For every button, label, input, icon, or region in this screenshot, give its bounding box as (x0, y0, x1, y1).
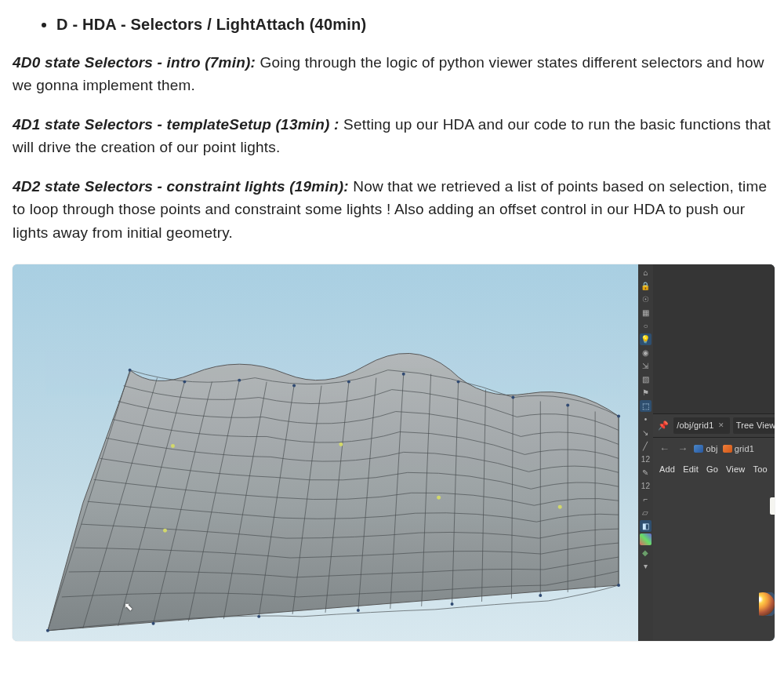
crumb-label: obj (706, 442, 717, 456)
svg-point-19 (339, 442, 343, 446)
svg-point-13 (357, 609, 360, 612)
normal-icon[interactable]: ↘ (640, 427, 652, 439)
svg-point-3 (292, 384, 296, 388)
panel-empty-top (653, 264, 775, 414)
svg-point-10 (46, 629, 49, 632)
tab-tree-view[interactable]: Tree View ✕ (733, 417, 775, 434)
shade-icon[interactable]: ◧ (640, 520, 652, 532)
svg-point-14 (451, 603, 454, 606)
down-icon[interactable]: ▾ (640, 560, 652, 572)
angle-icon[interactable]: ⌐ (640, 493, 652, 505)
sphere-icon (751, 592, 775, 616)
network-view[interactable] (661, 488, 775, 574)
label12: 12 (641, 453, 651, 466)
svg-point-2 (238, 379, 241, 382)
label-icon[interactable]: 12 (640, 453, 652, 465)
brush-icon[interactable]: ✎ (640, 467, 652, 479)
tab-label: /obj/grid1 (677, 419, 713, 432)
box-icon[interactable]: ▧ (640, 373, 652, 385)
lock-icon[interactable]: 🔒 (640, 280, 652, 292)
nav-forward-icon[interactable]: → (676, 441, 689, 457)
flag-icon[interactable]: ⚑ (640, 387, 652, 399)
face-icon[interactable]: ▱ (640, 507, 652, 519)
svg-point-1 (183, 380, 186, 384)
svg-point-11 (152, 622, 155, 625)
tab-label: Tree View (736, 419, 775, 432)
display-options-shelf: ⌂ 🔒 ☉ ▦ ○ 💡 ◉ ⇲ ▧ ⚑ ⬚ • ↘ ╱ 12 ✎ 12 ⌐ ▱ … (638, 264, 653, 641)
svg-point-6 (457, 380, 460, 384)
nav-back-icon[interactable]: ← (658, 441, 671, 457)
close-icon[interactable]: ✕ (717, 420, 726, 431)
lead-4d2: 4D2 state Selectors - constraint lights … (13, 178, 349, 195)
svg-point-21 (558, 505, 562, 509)
node-sphere[interactable] (759, 592, 775, 616)
crumb-obj[interactable]: obj (694, 442, 717, 456)
svg-point-0 (129, 369, 132, 372)
camera-icon[interactable]: ⬚ (640, 400, 652, 412)
svg-point-17 (171, 444, 175, 448)
dot-icon[interactable]: • (640, 413, 652, 425)
crumb-label: grid1 (735, 442, 754, 456)
link-icon[interactable]: ⇲ (640, 360, 652, 372)
label2-icon[interactable]: 12 (640, 480, 652, 492)
menu-go[interactable]: Go (706, 463, 718, 476)
houdini-screenshot: ⬉ ⌂ 🔒 ☉ ▦ ○ 💡 ◉ ⇲ ▧ ⚑ ⬚ • ↘ ╱ 12 ✎ 12 ⌐ … (13, 264, 775, 641)
paragraph-4d0: 4D0 state Selectors - intro (7min): Goin… (13, 51, 771, 97)
paragraph-4d2: 4D2 state Selectors - constraint lights … (13, 175, 771, 244)
svg-point-4 (347, 380, 350, 384)
lead-4d1: 4D1 state Selectors - templateSetup (13m… (13, 116, 339, 133)
menu-edit[interactable]: Edit (683, 463, 699, 476)
checker-icon[interactable] (640, 533, 652, 545)
eye-icon[interactable]: ◉ (640, 347, 652, 359)
path-bar: ← → obj grid1 (653, 438, 775, 460)
section-bullet: D - HDA - Selectors / LightAttach (40min… (56, 13, 771, 37)
viewport-3d[interactable]: ⬉ (13, 264, 638, 641)
obj-icon (694, 445, 703, 453)
paragraph-4d1: 4D1 state Selectors - templateSetup (13m… (13, 113, 771, 159)
menu-view[interactable]: View (726, 463, 745, 476)
diamond-icon[interactable]: ◆ (640, 547, 652, 559)
node-slot (770, 497, 775, 515)
tab-obj-grid1[interactable]: /obj/grid1 ✕ (673, 417, 729, 434)
label12b: 12 (641, 480, 651, 493)
edge-icon[interactable]: ╱ (640, 440, 652, 452)
home-icon[interactable]: ⌂ (640, 267, 652, 279)
grid-icon[interactable]: ▦ (640, 307, 652, 319)
svg-point-8 (566, 404, 569, 407)
circle-icon[interactable]: ○ (640, 320, 652, 332)
geo-icon (723, 445, 732, 453)
pin-icon[interactable]: 📌 (658, 419, 669, 432)
svg-point-15 (539, 594, 542, 597)
ghost-icon[interactable]: ☉ (640, 293, 652, 305)
crumb-grid1[interactable]: grid1 (723, 442, 754, 456)
svg-point-5 (402, 373, 405, 376)
svg-point-20 (437, 496, 441, 500)
svg-point-16 (617, 584, 620, 587)
lead-4d0: 4D0 state Selectors - intro (7min): (13, 54, 256, 71)
light-icon[interactable]: 💡 (640, 333, 652, 345)
network-menu: Add Edit Go View Too (653, 460, 775, 479)
menu-tools[interactable]: Too (753, 463, 767, 476)
menu-add[interactable]: Add (659, 463, 675, 476)
network-panel: 📌 /obj/grid1 ✕ Tree View ✕ Materia ← → o… (653, 264, 775, 641)
tab-bar: 📌 /obj/grid1 ✕ Tree View ✕ Materia (653, 414, 775, 438)
svg-point-12 (257, 615, 260, 618)
svg-point-9 (617, 415, 620, 418)
svg-point-7 (511, 396, 514, 399)
svg-point-18 (163, 529, 167, 533)
